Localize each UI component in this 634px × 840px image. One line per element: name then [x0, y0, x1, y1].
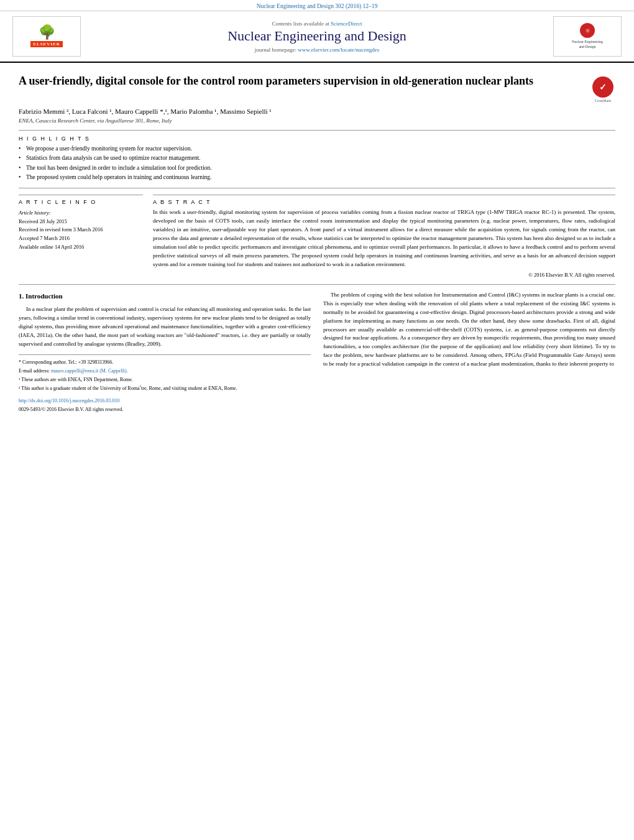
intro-para-2: The problem of coping with the best solu…: [323, 291, 615, 369]
authors-line: Fabrizio Memmi ², Luca Falconi ¹, Mauro …: [19, 108, 615, 115]
abstract-text: In this work a user-friendly, digital mo…: [153, 208, 615, 269]
intro-left-text: In a nuclear plant the problem of superv…: [19, 305, 311, 349]
crossmark-logo: ✓ CrossMark: [590, 76, 615, 103]
crossmark-label: CrossMark: [590, 99, 615, 103]
abstract-copyright: © 2016 Elsevier B.V. All rights reserved…: [153, 272, 615, 278]
journal-logo-text: Nuclear Engineeringand Design: [572, 40, 603, 50]
info-abstract-cols: A R T I C L E I N F O Article history: R…: [19, 195, 615, 278]
journal-citation-link[interactable]: Nuclear Engineering and Design 302 (2016…: [257, 3, 378, 9]
top-citation-bar: Nuclear Engineering and Design 302 (2016…: [0, 0, 634, 11]
email-label: E-mail address:: [19, 368, 50, 374]
article-history: Article history: Received 28 July 2015 R…: [19, 209, 143, 251]
article-info-section: A R T I C L E I N F O Article history: R…: [19, 195, 143, 251]
highlights-list: We propose a user-friendly monitoring sy…: [19, 145, 615, 182]
abstract-col: A B S T R A C T In this work a user-frie…: [153, 195, 615, 278]
footnotes-area: * Corresponding author. Tel.: +39 329831…: [19, 354, 311, 413]
article-history-label: Article history:: [19, 209, 143, 218]
body-right-col: The problem of coping with the best solu…: [323, 291, 615, 415]
section-number: 1.: [19, 292, 24, 300]
journal-header: 🌳 ELSEVIER Contents lists available at S…: [0, 11, 634, 63]
sciencedirect-link[interactable]: ScienceDirect: [331, 21, 362, 27]
article-title-area: A user-friendly, digital console for the…: [19, 69, 615, 103]
doi-link[interactable]: http://dx.doi.org/10.1016/j.nucengdes.20…: [19, 398, 119, 404]
footnote-2: ² This author is a graduate student of t…: [19, 385, 311, 392]
issn-line: 0029-5493/© 2016 Elsevier B.V. All right…: [19, 406, 311, 413]
doi-line: http://dx.doi.org/10.1016/j.nucengdes.20…: [19, 397, 311, 405]
introduction-title: 1. Introduction: [19, 291, 311, 302]
highlight-item-2: Statistics from data analysis can be use…: [19, 154, 615, 162]
sciencedirect-line: Contents lists available at ScienceDirec…: [81, 21, 553, 27]
highlight-item-1: We propose a user-friendly monitoring sy…: [19, 145, 615, 153]
received-revised-date: Received in revised form 3 March 2016: [19, 226, 143, 234]
abstract-section: A B S T R A C T In this work a user-frie…: [153, 195, 615, 278]
highlight-item-4: The proposed system could help operators…: [19, 173, 615, 182]
elsevier-wordmark: ELSEVIER: [30, 41, 62, 47]
email-note: E-mail address: mauro.cappelli@enea.it (…: [19, 367, 311, 375]
email-link[interactable]: mauro.cappelli@enea.it (M. Cappelli).: [51, 368, 128, 374]
journal-logo-box: ⚛ Nuclear Engineeringand Design: [553, 16, 622, 57]
section-title: Introduction: [25, 292, 63, 300]
journal-homepage: journal homepage: www.elsevier.com/locat…: [81, 47, 553, 53]
corresponding-author-note: * Corresponding author. Tel.: +39 329831…: [19, 359, 311, 366]
body-left-col: 1. Introduction In a nuclear plant the p…: [19, 291, 311, 415]
journal-logo-icon: ⚛: [580, 23, 595, 38]
journal-title: Nuclear Engineering and Design: [81, 28, 553, 44]
journal-header-center: Contents lists available at ScienceDirec…: [81, 21, 553, 53]
homepage-label: journal homepage:: [255, 47, 296, 53]
crossmark-icon: ✓: [592, 76, 613, 98]
accepted-date: Accepted 7 March 2016: [19, 234, 143, 243]
tree-icon: 🌳: [39, 25, 55, 39]
abstract-label: A B S T R A C T: [153, 199, 615, 205]
highlights-section: H I G H L I G H T S We propose a user-fr…: [19, 130, 615, 188]
intro-right-text: The problem of coping with the best solu…: [323, 291, 615, 369]
article-info-label: A R T I C L E I N F O: [19, 199, 143, 205]
author-affiliation: ENEA, Casaccia Research Center, via Angu…: [19, 118, 615, 124]
homepage-link[interactable]: www.elsevier.com/locate/nucengdes: [298, 47, 379, 53]
elsevier-logo: 🌳 ELSEVIER: [12, 16, 81, 57]
body-content: 1. Introduction In a nuclear plant the p…: [19, 291, 615, 415]
article-info-col: A R T I C L E I N F O Article history: R…: [19, 195, 143, 278]
main-content: A user-friendly, digital console for the…: [0, 63, 634, 421]
section-divider: [19, 284, 615, 285]
received-date: Received 28 July 2015: [19, 218, 143, 226]
highlight-item-3: The tool has been designed in order to i…: [19, 164, 615, 172]
highlights-label: H I G H L I G H T S: [19, 136, 615, 142]
footnote-1: ¹ These authors are with ENEA, FSN Depar…: [19, 376, 311, 384]
page-wrapper: Nuclear Engineering and Design 302 (2016…: [0, 0, 634, 421]
intro-para-1: In a nuclear plant the problem of superv…: [19, 305, 311, 349]
contents-text: Contents lists available at: [272, 21, 329, 27]
article-title: A user-friendly, digital console for the…: [19, 74, 584, 88]
available-date: Available online 14 April 2016: [19, 243, 143, 252]
